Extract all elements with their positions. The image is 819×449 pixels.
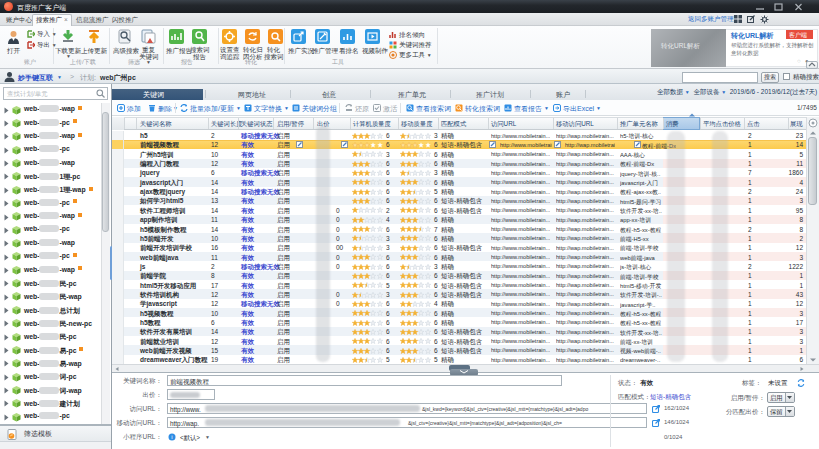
svg-text:i: i: [171, 434, 172, 440]
